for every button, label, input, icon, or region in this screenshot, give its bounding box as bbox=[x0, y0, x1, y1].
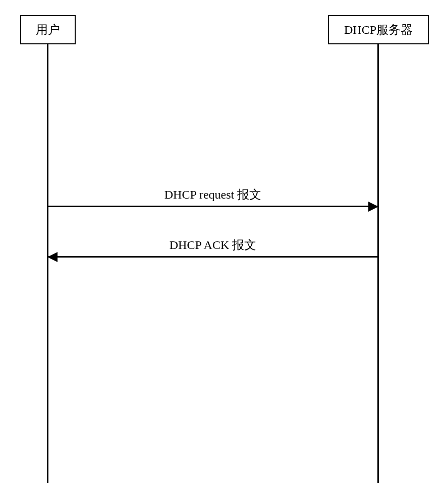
lifeline-server bbox=[377, 44, 379, 483]
message-ack-label: DHCP ACK 报文 bbox=[48, 237, 377, 253]
participant-user: 用户 bbox=[20, 15, 76, 44]
participant-server-label: DHCP服务器 bbox=[344, 22, 413, 38]
lifeline-user bbox=[47, 44, 48, 483]
participant-server: DHCP服务器 bbox=[328, 15, 429, 44]
message-request-label: DHCP request 报文 bbox=[48, 186, 377, 203]
participant-user-label: 用户 bbox=[36, 22, 60, 38]
arrow-right-icon bbox=[48, 206, 377, 207]
message-request: DHCP request 报文 bbox=[48, 186, 377, 207]
arrow-left-icon bbox=[48, 256, 377, 258]
message-ack: DHCP ACK 报文 bbox=[48, 237, 377, 258]
